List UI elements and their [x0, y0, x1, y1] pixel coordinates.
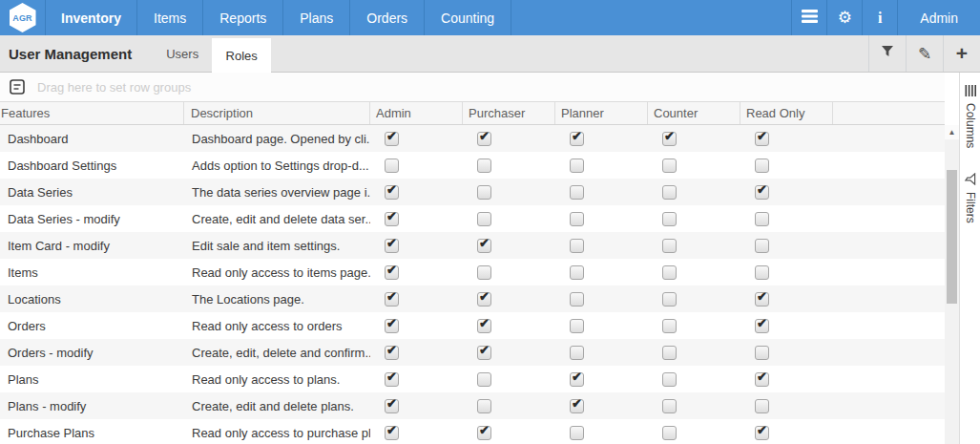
- row-group-drop-zone[interactable]: Drag here to set row groups: [0, 73, 945, 102]
- nav-item-counting[interactable]: Counting: [425, 0, 511, 35]
- permission-checkbox[interactable]: [662, 159, 677, 173]
- column-header-read-only[interactable]: Read Only: [740, 102, 833, 124]
- description-cell: Read only access to plans.: [184, 372, 370, 387]
- vertical-scrollbar[interactable]: ▲: [945, 125, 959, 444]
- permission-checkbox[interactable]: [477, 426, 491, 440]
- info-button[interactable]: i: [862, 0, 897, 35]
- permission-checkbox[interactable]: [755, 239, 769, 253]
- tab-users[interactable]: Users: [153, 35, 212, 72]
- permission-checkbox[interactable]: [662, 239, 677, 253]
- permission-checkbox[interactable]: [385, 319, 399, 333]
- permission-checkbox[interactable]: [662, 319, 677, 333]
- filter-button[interactable]: [868, 35, 906, 72]
- permission-checkbox[interactable]: [662, 426, 677, 440]
- grid-toolbar: ✎ +: [868, 35, 980, 72]
- permission-checkbox[interactable]: [570, 399, 584, 413]
- tab-columns[interactable]: Columns: [964, 85, 977, 148]
- edit-button[interactable]: ✎: [906, 35, 943, 72]
- permission-checkbox[interactable]: [662, 132, 677, 146]
- permission-checkbox[interactable]: [662, 212, 677, 226]
- add-button[interactable]: +: [943, 35, 980, 72]
- column-header-purchaser[interactable]: Purchaser: [463, 102, 555, 124]
- permission-checkbox[interactable]: [755, 265, 769, 280]
- description-cell: Read only access to items page.: [184, 265, 370, 280]
- permission-checkbox[interactable]: [385, 292, 399, 307]
- permission-checkbox[interactable]: [477, 132, 491, 146]
- permission-checkbox[interactable]: [570, 132, 584, 146]
- permission-checkbox[interactable]: [755, 372, 769, 387]
- column-header-description[interactable]: Description: [184, 102, 370, 124]
- nav-item-inventory[interactable]: Inventory: [46, 0, 137, 35]
- feature-cell: Items: [0, 265, 184, 280]
- tab-filters[interactable]: Filters: [964, 173, 977, 223]
- permission-checkbox[interactable]: [662, 292, 677, 307]
- permission-checkbox[interactable]: [385, 265, 399, 280]
- nav-item-items[interactable]: Items: [137, 0, 203, 35]
- user-menu[interactable]: Admin: [897, 0, 980, 35]
- permission-checkbox[interactable]: [662, 185, 677, 200]
- permission-checkbox[interactable]: [385, 239, 399, 253]
- nav-item-orders[interactable]: Orders: [350, 0, 425, 35]
- permission-checkbox[interactable]: [385, 212, 399, 226]
- permission-checkbox[interactable]: [477, 292, 491, 307]
- permission-checkbox[interactable]: [570, 212, 584, 226]
- permission-checkbox[interactable]: [385, 159, 399, 173]
- permission-checkbox[interactable]: [477, 159, 491, 173]
- permission-checkbox[interactable]: [755, 319, 769, 333]
- settings-button[interactable]: ⚙: [826, 0, 862, 35]
- permission-checkbox[interactable]: [570, 265, 584, 280]
- column-header-features[interactable]: Features: [0, 102, 184, 124]
- column-header-admin[interactable]: Admin: [370, 102, 463, 124]
- permission-checkbox[interactable]: [385, 132, 399, 146]
- permission-checkbox[interactable]: [662, 346, 677, 360]
- permission-checkbox[interactable]: [662, 372, 677, 387]
- permission-checkbox[interactable]: [570, 159, 584, 173]
- scrollbar-thumb[interactable]: [947, 170, 957, 304]
- permission-checkbox[interactable]: [385, 185, 399, 200]
- agr-logo[interactable]: AGR: [0, 0, 46, 35]
- permission-checkbox[interactable]: [570, 292, 584, 307]
- permission-cell-counter: [648, 319, 740, 333]
- permission-checkbox[interactable]: [755, 426, 769, 440]
- permission-checkbox[interactable]: [385, 426, 399, 440]
- permission-checkbox[interactable]: [755, 399, 769, 413]
- permission-cell-counter: [648, 346, 740, 360]
- permission-cell-purchaser: [463, 239, 555, 253]
- description-cell: Read only access to orders: [184, 319, 370, 333]
- permission-checkbox[interactable]: [477, 399, 491, 413]
- permission-checkbox[interactable]: [570, 372, 584, 387]
- column-header-planner[interactable]: Planner: [555, 102, 648, 124]
- permission-checkbox[interactable]: [477, 372, 491, 387]
- nav-item-reports[interactable]: Reports: [203, 0, 283, 35]
- nav-item-plans[interactable]: Plans: [283, 0, 350, 35]
- permission-checkbox[interactable]: [570, 185, 584, 200]
- data-connections-button[interactable]: [791, 0, 826, 35]
- permission-checkbox[interactable]: [662, 399, 677, 413]
- permission-checkbox[interactable]: [755, 346, 769, 360]
- column-header-counter[interactable]: Counter: [648, 102, 740, 124]
- permission-checkbox[interactable]: [385, 346, 399, 360]
- plus-icon: +: [956, 43, 968, 63]
- permission-checkbox[interactable]: [570, 426, 584, 440]
- permission-checkbox[interactable]: [477, 212, 491, 226]
- scroll-up-button[interactable]: ▲: [945, 125, 959, 139]
- permission-cell-counter: [648, 212, 740, 226]
- tab-roles[interactable]: Roles: [212, 38, 271, 73]
- permission-checkbox[interactable]: [477, 185, 491, 200]
- permission-checkbox[interactable]: [662, 265, 677, 280]
- permission-checkbox[interactable]: [385, 372, 399, 387]
- permission-checkbox[interactable]: [477, 265, 491, 280]
- description-cell: Adds option to Settings drop-d...: [184, 159, 370, 173]
- permission-checkbox[interactable]: [755, 159, 769, 173]
- permission-checkbox[interactable]: [755, 212, 769, 226]
- permission-checkbox[interactable]: [755, 132, 769, 146]
- permission-checkbox[interactable]: [477, 346, 491, 360]
- permission-checkbox[interactable]: [477, 319, 491, 333]
- permission-checkbox[interactable]: [570, 239, 584, 253]
- permission-checkbox[interactable]: [385, 399, 399, 413]
- permission-checkbox[interactable]: [570, 319, 584, 333]
- permission-checkbox[interactable]: [755, 185, 769, 200]
- permission-checkbox[interactable]: [570, 346, 584, 360]
- permission-checkbox[interactable]: [477, 239, 491, 253]
- permission-checkbox[interactable]: [755, 292, 769, 307]
